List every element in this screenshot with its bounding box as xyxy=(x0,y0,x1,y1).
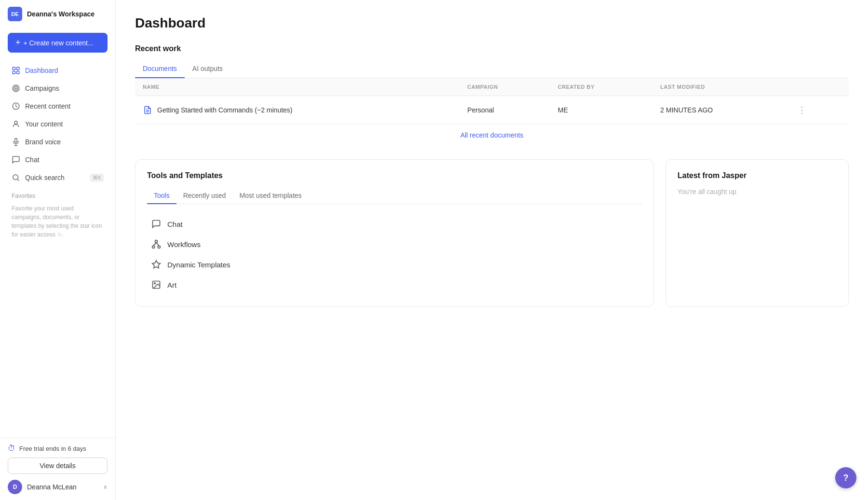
tab-tools[interactable]: Tools xyxy=(147,188,176,204)
plus-icon: + xyxy=(15,38,21,48)
search-icon xyxy=(12,173,20,182)
recent-work-section: Recent work Documents AI outputs NAME CA… xyxy=(135,44,849,146)
svg-point-18 xyxy=(158,246,160,248)
svg-point-12 xyxy=(13,175,18,180)
col-last-modified: LAST MODIFIED xyxy=(652,78,786,96)
doc-created-by: ME xyxy=(550,96,653,125)
tool-workflows[interactable]: Workflows xyxy=(147,234,642,254)
favorites-label: Favorites xyxy=(4,187,111,201)
user-avatar: D xyxy=(8,480,22,494)
svg-rect-2 xyxy=(13,71,15,74)
recent-work-title: Recent work xyxy=(135,44,849,53)
chevron-up-icon: ∧ xyxy=(103,484,108,490)
tab-ai-outputs[interactable]: AI outputs xyxy=(185,60,231,78)
tool-workflows-label: Workflows xyxy=(167,240,201,249)
svg-point-17 xyxy=(152,246,155,248)
doc-name-cell: Getting Started with Commands (~2 minute… xyxy=(135,96,460,125)
jasper-card: Latest from Jasper You're all caught up xyxy=(665,159,849,307)
all-docs-link: All recent documents xyxy=(135,125,849,146)
workspace-header[interactable]: DE Deanna's Workspace xyxy=(0,0,115,28)
document-icon xyxy=(143,105,152,115)
sidebar-item-brand-voice[interactable]: Brand voice xyxy=(4,133,111,151)
documents-table: NAME CAMPAIGN CREATED BY LAST MODIFIED xyxy=(135,78,849,125)
dynamic-tool-icon xyxy=(151,259,162,270)
sidebar-item-campaigns[interactable]: Campaigns xyxy=(4,80,111,97)
sidebar-item-label: Your content xyxy=(25,120,63,128)
svg-point-8 xyxy=(14,121,17,124)
tool-art-label: Art xyxy=(167,281,176,289)
view-details-button[interactable]: View details xyxy=(8,458,108,474)
tool-dynamic-templates[interactable]: Dynamic Templates xyxy=(147,254,642,275)
favorites-empty-text: Favorite your most used campaigns, docum… xyxy=(4,201,111,243)
svg-line-19 xyxy=(153,243,156,246)
chat-tool-icon xyxy=(151,219,162,229)
svg-rect-9 xyxy=(15,139,17,142)
all-recent-documents-link[interactable]: All recent documents xyxy=(461,131,524,139)
doc-last-modified: 2 MINUTES AGO xyxy=(652,96,786,125)
sidebar-item-label: Brand voice xyxy=(25,138,61,146)
tab-documents[interactable]: Documents xyxy=(135,60,185,78)
timer-icon: ⏱ xyxy=(8,444,15,453)
page-title: Dashboard xyxy=(135,15,849,31)
workspace-avatar: DE xyxy=(8,7,22,21)
sidebar-item-your-content[interactable]: Your content xyxy=(4,115,111,133)
tool-chat-label: Chat xyxy=(167,220,183,228)
sidebar-item-label: Quick search xyxy=(25,174,65,181)
tool-art[interactable]: Art xyxy=(147,275,642,295)
recent-work-tabs: Documents AI outputs xyxy=(135,60,849,78)
user-name: Deanna McLean xyxy=(27,483,98,491)
sidebar-nav: Dashboard Campaigns Recent content xyxy=(0,59,115,438)
main-content: Dashboard Recent work Documents AI outpu… xyxy=(116,0,868,500)
table-row: Getting Started with Commands (~2 minute… xyxy=(135,96,849,125)
doc-actions: ⋮ xyxy=(786,96,849,125)
jasper-title: Latest from Jasper xyxy=(678,171,837,180)
trial-banner: ⏱ Free trial ends in 6 days xyxy=(8,444,108,453)
col-created-by: CREATED BY xyxy=(550,78,653,96)
col-campaign: CAMPAIGN xyxy=(460,78,550,96)
clock-icon xyxy=(12,102,20,111)
svg-rect-0 xyxy=(13,67,15,69)
tab-recently-used[interactable]: Recently used xyxy=(176,188,233,204)
sidebar: DE Deanna's Workspace + + Create new con… xyxy=(0,0,116,500)
create-new-button[interactable]: + + Create new content... xyxy=(8,33,108,53)
person-icon xyxy=(12,120,20,128)
sidebar-item-quick-search[interactable]: Quick search ⌘K xyxy=(4,169,111,186)
sidebar-item-label: Chat xyxy=(25,156,40,164)
grid-icon xyxy=(12,66,20,75)
col-name: NAME xyxy=(135,78,460,96)
sidebar-item-dashboard[interactable]: Dashboard xyxy=(4,62,111,79)
sidebar-footer: ⏱ Free trial ends in 6 days View details… xyxy=(0,438,115,500)
user-footer[interactable]: D Deanna McLean ∧ xyxy=(8,480,108,494)
mic-icon xyxy=(12,138,20,146)
tool-chat[interactable]: Chat xyxy=(147,214,642,234)
tab-most-used[interactable]: Most used templates xyxy=(232,188,308,204)
tools-tabs: Tools Recently used Most used templates xyxy=(147,188,642,204)
workflow-tool-icon xyxy=(151,239,162,250)
target-icon xyxy=(12,84,20,93)
art-tool-icon xyxy=(151,279,162,290)
trial-text: Free trial ends in 6 days xyxy=(19,445,86,452)
svg-point-16 xyxy=(155,240,158,243)
chat-icon xyxy=(12,155,20,164)
svg-point-6 xyxy=(15,88,16,89)
jasper-subtitle: You're all caught up xyxy=(678,188,837,195)
bottom-grid: Tools and Templates Tools Recently used … xyxy=(135,159,849,307)
col-actions xyxy=(786,78,849,96)
shortcut-badge: ⌘K xyxy=(90,174,104,182)
tools-card: Tools and Templates Tools Recently used … xyxy=(135,159,654,307)
doc-name[interactable]: Getting Started with Commands (~2 minute… xyxy=(157,106,293,114)
sidebar-item-recent-content[interactable]: Recent content xyxy=(4,97,111,115)
create-button-label: + Create new content... xyxy=(24,39,94,47)
svg-point-23 xyxy=(154,283,156,284)
sidebar-item-chat[interactable]: Chat xyxy=(4,151,111,168)
doc-campaign: Personal xyxy=(460,96,550,125)
tools-title: Tools and Templates xyxy=(147,171,642,180)
more-options-button[interactable]: ⋮ xyxy=(794,103,810,117)
sidebar-item-label: Dashboard xyxy=(25,67,58,74)
workspace-name: Deanna's Workspace xyxy=(27,10,95,18)
tool-dynamic-label: Dynamic Templates xyxy=(167,261,231,269)
svg-line-20 xyxy=(156,243,159,246)
svg-line-13 xyxy=(18,180,19,181)
svg-rect-1 xyxy=(17,67,19,69)
help-button[interactable]: ? xyxy=(835,467,856,488)
